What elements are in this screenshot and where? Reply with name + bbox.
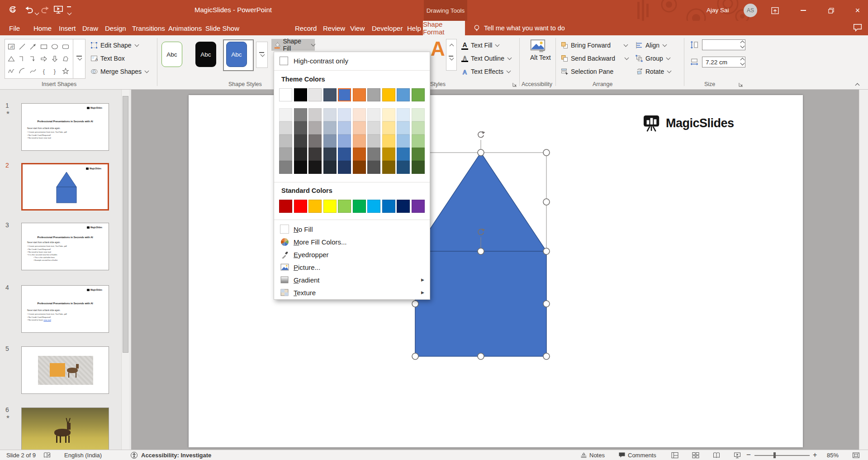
shape-height-field[interactable] bbox=[702, 39, 738, 50]
tell-me-box[interactable]: Tell me what you want to do bbox=[473, 21, 565, 35]
color-swatch[interactable] bbox=[412, 161, 425, 174]
undo-dropdown-icon[interactable] bbox=[34, 8, 38, 16]
shape-line-icon[interactable] bbox=[17, 41, 27, 52]
color-swatch[interactable] bbox=[382, 200, 395, 213]
tab-developer[interactable]: Developer bbox=[371, 21, 403, 35]
handle-left-mid-rect[interactable] bbox=[412, 301, 418, 307]
menu-item-no-fill[interactable]: No Fill bbox=[275, 223, 429, 235]
color-swatch[interactable] bbox=[397, 161, 410, 174]
zoom-slider-thumb[interactable] bbox=[773, 452, 776, 458]
tab-insert[interactable]: Insert bbox=[58, 21, 77, 35]
color-swatch[interactable] bbox=[279, 88, 292, 101]
color-swatch[interactable] bbox=[338, 88, 351, 101]
color-swatch[interactable] bbox=[279, 108, 292, 121]
canvas-scrollbar[interactable] bbox=[859, 89, 868, 450]
tab-shape-format[interactable]: Shape Format bbox=[423, 21, 465, 35]
zoom-level[interactable]: 85% bbox=[827, 450, 839, 460]
menu-item-gradient[interactable]: Gradient ▶ bbox=[275, 273, 429, 286]
avatar[interactable]: AS bbox=[744, 4, 757, 17]
color-swatch[interactable] bbox=[308, 200, 322, 213]
color-swatch[interactable] bbox=[294, 200, 307, 213]
tab-file[interactable]: File bbox=[8, 21, 21, 35]
rectangle-shape[interactable] bbox=[415, 251, 546, 356]
shape-arrow-right-icon[interactable] bbox=[39, 53, 49, 64]
color-swatch[interactable] bbox=[382, 134, 395, 148]
text-outline-button[interactable]: A Text Outline bbox=[461, 53, 511, 64]
triangle-shape[interactable] bbox=[415, 153, 546, 251]
tab-slide-show[interactable]: Slide Show bbox=[204, 21, 240, 35]
handle-top-right[interactable] bbox=[543, 149, 550, 156]
color-swatch[interactable] bbox=[323, 148, 337, 161]
rotation-handle-triangle[interactable] bbox=[478, 131, 485, 138]
slide-thumbnail-1[interactable]: MagicSlidesProfessional Presentations in… bbox=[21, 103, 109, 151]
slide-thumbnail-3[interactable]: MagicSlidesProfessional Presentations in… bbox=[21, 223, 109, 270]
color-swatch[interactable] bbox=[308, 148, 322, 161]
redo-icon[interactable] bbox=[41, 5, 51, 14]
color-swatch[interactable] bbox=[382, 121, 395, 134]
customize-quick-access-icon[interactable] bbox=[67, 6, 71, 16]
color-swatch[interactable] bbox=[353, 134, 366, 148]
shape-elbow-connector-icon[interactable] bbox=[17, 53, 27, 64]
color-swatch[interactable] bbox=[294, 148, 307, 161]
color-swatch[interactable] bbox=[279, 161, 292, 174]
wordart-style-preview[interactable]: A bbox=[431, 39, 445, 59]
handle-top-center[interactable] bbox=[478, 149, 484, 156]
color-swatch[interactable] bbox=[338, 121, 351, 134]
tab-design[interactable]: Design bbox=[104, 21, 127, 35]
color-swatch[interactable] bbox=[294, 88, 307, 101]
color-swatch[interactable] bbox=[308, 134, 322, 148]
color-swatch[interactable] bbox=[382, 148, 395, 161]
save-icon[interactable] bbox=[8, 5, 18, 14]
color-swatch[interactable] bbox=[412, 200, 425, 213]
color-swatch[interactable] bbox=[308, 121, 322, 134]
shape-styles-more-icon[interactable] bbox=[256, 42, 268, 68]
color-swatch[interactable] bbox=[353, 108, 366, 121]
view-slideshow-icon[interactable] bbox=[734, 450, 741, 460]
color-swatch[interactable] bbox=[367, 88, 380, 101]
tab-record[interactable]: Record bbox=[294, 21, 318, 35]
merge-shapes-button[interactable]: Merge Shapes bbox=[90, 66, 148, 77]
selection-pane-button[interactable]: Selection Pane bbox=[561, 66, 613, 77]
color-swatch[interactable] bbox=[353, 200, 366, 213]
shape-text-box-icon[interactable]: A bbox=[6, 41, 16, 52]
text-box-button[interactable]: A Text Box bbox=[90, 53, 125, 64]
color-swatch[interactable] bbox=[412, 108, 425, 121]
text-effects-button[interactable]: A Text Effects bbox=[461, 66, 510, 77]
notes-toggle[interactable]: Notes bbox=[580, 450, 605, 460]
view-normal-icon[interactable] bbox=[671, 450, 678, 460]
menu-item-more-fill-colors[interactable]: More Fill Colors... bbox=[275, 235, 429, 248]
ribbon-display-options-icon[interactable] bbox=[764, 0, 785, 21]
wordart-dialog-launcher-icon[interactable] bbox=[512, 82, 517, 87]
color-swatch[interactable] bbox=[397, 88, 410, 101]
shape-width-stepper[interactable] bbox=[738, 57, 745, 67]
handle-bottom-right[interactable] bbox=[543, 353, 550, 359]
color-swatch[interactable] bbox=[294, 108, 307, 121]
handle-base-right[interactable] bbox=[543, 248, 550, 254]
group-button[interactable]: Group bbox=[636, 53, 670, 64]
color-swatch[interactable] bbox=[412, 121, 425, 134]
comments-bubble-icon[interactable] bbox=[853, 24, 862, 32]
zoom-out-button[interactable]: − bbox=[746, 450, 751, 460]
close-button[interactable]: × bbox=[847, 0, 868, 21]
color-swatch[interactable] bbox=[353, 121, 366, 134]
shape-line-arrow-icon[interactable] bbox=[28, 41, 38, 52]
bring-forward-button[interactable]: Bring Forward bbox=[561, 40, 627, 51]
shape-width-field[interactable]: 7.22 cm bbox=[702, 57, 738, 67]
handle-bottom-left[interactable] bbox=[412, 353, 418, 359]
shape-arc-icon[interactable] bbox=[17, 65, 27, 77]
text-fill-button[interactable]: A Text Fill bbox=[461, 40, 499, 51]
comments-toggle[interactable]: Comments bbox=[618, 450, 656, 460]
collapse-ribbon-icon[interactable] bbox=[855, 81, 859, 89]
color-swatch[interactable] bbox=[308, 108, 322, 121]
shape-height-stepper[interactable] bbox=[738, 39, 745, 50]
color-swatch[interactable] bbox=[323, 161, 337, 174]
color-swatch[interactable] bbox=[367, 108, 380, 121]
color-swatch[interactable] bbox=[323, 200, 337, 213]
color-swatch[interactable] bbox=[367, 121, 380, 134]
handle-right-mid-triangle[interactable] bbox=[543, 199, 550, 205]
color-swatch[interactable] bbox=[279, 148, 292, 161]
color-swatch[interactable] bbox=[412, 88, 425, 101]
slide-thumbnail-4[interactable]: MagicSlidesProfessional Presentations in… bbox=[21, 285, 109, 333]
tab-home[interactable]: Home bbox=[33, 21, 52, 35]
tab-help[interactable]: Help bbox=[406, 21, 422, 35]
